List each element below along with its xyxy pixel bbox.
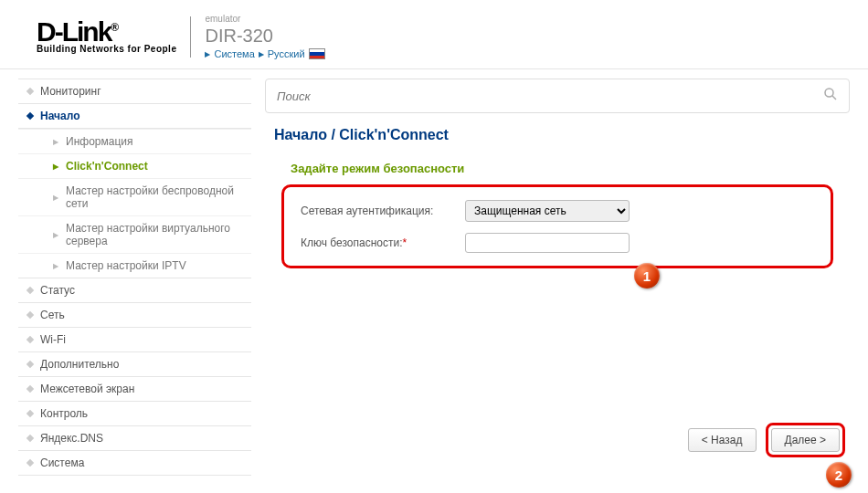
auth-select[interactable]: Защищенная сеть xyxy=(465,200,630,222)
sidebar-subitem-label: Мастер настройки беспроводной сети xyxy=(66,184,242,210)
sidebar-item[interactable]: Сеть xyxy=(18,303,251,328)
breadcrumb: Начало / Click'n'Connect xyxy=(274,127,850,143)
emulator-label: emulator xyxy=(205,14,324,24)
auth-label: Сетевая аутентификация: xyxy=(301,205,465,217)
next-button-highlight: Далее > xyxy=(766,423,846,457)
sidebar-item-label: Статус xyxy=(40,284,75,297)
sidebar-subitem[interactable]: ▶Мастер настройки беспроводной сети xyxy=(18,178,251,215)
chevron-right-icon: ▶ xyxy=(259,50,264,58)
diamond-icon xyxy=(26,435,34,442)
diamond-icon xyxy=(26,88,34,95)
diamond-icon xyxy=(26,112,34,120)
svg-line-1 xyxy=(832,96,836,100)
sidebar: МониторингНачало▶Информация▶Click'n'Conn… xyxy=(0,69,256,485)
header-crumbs: ▶ Система ▶ Русский xyxy=(205,48,324,59)
chevron-right-icon: ▶ xyxy=(205,50,210,58)
logo: D-Link® Building Networks for People xyxy=(37,19,176,54)
crumb-system[interactable]: Система xyxy=(214,48,254,59)
sidebar-item-label: Межсетевой экран xyxy=(40,383,134,395)
model-block: emulator DIR-320 ▶ Система ▶ Русский xyxy=(205,14,324,59)
callout-badge-1: 1 xyxy=(634,263,660,288)
sidebar-item[interactable]: Контроль xyxy=(18,402,251,426)
key-label: Ключ безопасности:* xyxy=(301,236,465,249)
diamond-icon xyxy=(26,410,34,417)
sidebar-subitem[interactable]: ▶Мастер настройки виртуального сервера xyxy=(18,215,251,253)
sidebar-item[interactable]: Начало xyxy=(18,104,251,129)
security-key-input[interactable] xyxy=(465,233,630,253)
flag-ru-icon xyxy=(309,48,325,59)
sidebar-item-label: Система xyxy=(40,456,84,469)
sidebar-item-label: Дополнительно xyxy=(40,358,119,371)
sidebar-item[interactable]: Дополнительно xyxy=(18,352,251,377)
section-title: Задайте режим безопасности xyxy=(291,162,850,175)
sidebar-subitem[interactable]: ▶Информация xyxy=(18,129,251,153)
back-button[interactable]: < Назад xyxy=(688,428,757,452)
sidebar-item[interactable]: Яндекс.DNS xyxy=(18,426,251,451)
sidebar-item[interactable]: Система xyxy=(18,451,251,476)
chevron-right-icon: ▶ xyxy=(53,231,58,239)
next-button[interactable]: Далее > xyxy=(771,428,841,452)
diamond-icon xyxy=(26,385,34,393)
diamond-icon xyxy=(26,459,34,467)
crumb-language[interactable]: Русский xyxy=(268,48,305,59)
sidebar-item-label: Сеть xyxy=(40,309,65,321)
sidebar-subitem-label: Мастер настройки IPTV xyxy=(66,259,186,272)
sidebar-item[interactable]: Мониторинг xyxy=(18,79,251,104)
main-panel: Начало / Click'n'Connect Задайте режим б… xyxy=(256,69,868,485)
chevron-right-icon: ▶ xyxy=(53,262,58,270)
sidebar-item[interactable]: Межсетевой экран xyxy=(18,377,251,402)
sidebar-item-label: Яндекс.DNS xyxy=(40,432,103,445)
svg-point-0 xyxy=(825,89,833,97)
diamond-icon xyxy=(26,361,34,368)
search-icon[interactable] xyxy=(823,87,838,105)
footer-buttons: < Назад Далее > xyxy=(688,423,845,457)
sidebar-item[interactable]: Wi-Fi xyxy=(18,328,251,352)
diamond-icon xyxy=(26,311,34,319)
chevron-right-icon: ▶ xyxy=(53,163,58,171)
search-box[interactable] xyxy=(265,79,850,113)
sidebar-item-label: Начало xyxy=(40,110,79,122)
security-form-highlight: Сетевая аутентификация: Защищенная сеть … xyxy=(281,184,833,268)
sidebar-item-label: Контроль xyxy=(40,407,88,420)
model-name: DIR-320 xyxy=(205,26,324,47)
sidebar-subitem[interactable]: ▶Мастер настройки IPTV xyxy=(18,253,251,278)
sidebar-subitem-label: Мастер настройки виртуального сервера xyxy=(66,222,242,247)
sidebar-subitem-label: Click'n'Connect xyxy=(66,160,148,173)
sidebar-subitem-label: Информация xyxy=(66,135,132,148)
sidebar-item-label: Мониторинг xyxy=(40,85,101,98)
divider xyxy=(190,16,191,58)
sidebar-item[interactable]: Статус xyxy=(18,278,251,303)
callout-badge-2: 2 xyxy=(826,462,852,488)
logo-text: D-Link® xyxy=(37,19,176,44)
sidebar-item-label: Wi-Fi xyxy=(40,333,66,346)
header: D-Link® Building Networks for People emu… xyxy=(0,0,868,69)
chevron-right-icon: ▶ xyxy=(53,138,58,146)
diamond-icon xyxy=(26,336,34,343)
search-input[interactable] xyxy=(277,89,782,103)
sidebar-subitem[interactable]: ▶Click'n'Connect xyxy=(18,153,251,178)
chevron-right-icon: ▶ xyxy=(53,194,58,202)
diamond-icon xyxy=(26,287,34,294)
